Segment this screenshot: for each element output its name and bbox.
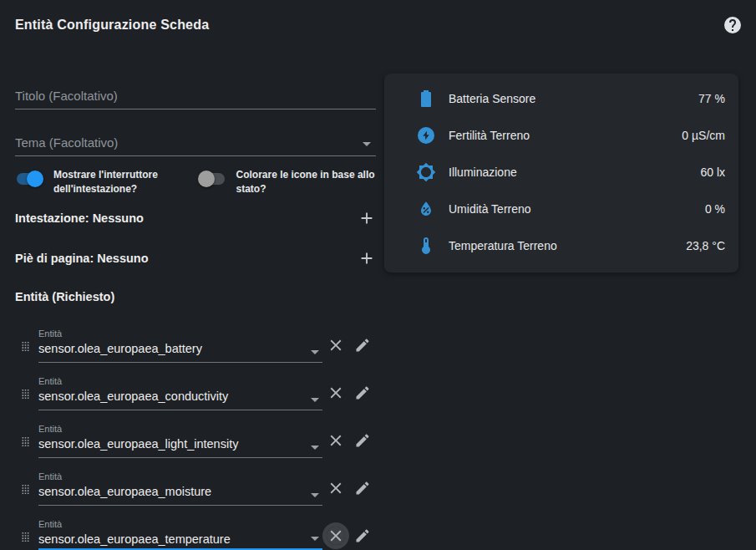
title-input[interactable]: Titolo (Facoltativo) (15, 82, 376, 109)
entity-select-value: sensor.olea_europaea_battery (38, 339, 322, 355)
header-toggle-group: Mostrare l'interruttore dell'intestazion… (15, 168, 198, 196)
footer-section-label: Piè di pagina: Nessuno (15, 252, 149, 265)
preview-entity-row[interactable]: Batteria Sensore 77 % (384, 80, 738, 117)
edit-entity-button[interactable] (354, 337, 371, 354)
edit-entity-button[interactable] (354, 384, 371, 401)
edit-entity-button[interactable] (354, 527, 371, 544)
toggle-thumb (198, 171, 215, 187)
clear-entity-button[interactable] (327, 479, 345, 497)
edit-entity-button[interactable] (354, 480, 371, 497)
chevron-down-icon[interactable] (311, 398, 319, 402)
entity-select-label: Entità (38, 372, 322, 386)
preview-entity-state: 0 % (705, 202, 725, 216)
clear-entity-button[interactable] (327, 384, 345, 402)
clear-entity-button[interactable] (327, 527, 345, 545)
drag-handle-icon[interactable] (18, 481, 33, 497)
entity-row: Entità sensor.olea_europaea_conductivity (15, 372, 376, 415)
header-section-label: Intestazione: Nessuno (15, 211, 144, 225)
entity-row: Entità sensor.olea_europaea_temperature (15, 515, 376, 550)
preview-entity-row[interactable]: Umidità Terreno 0 % (384, 191, 738, 227)
title-input-placeholder: Titolo (Facoltativo) (15, 89, 118, 103)
preview-entity-row[interactable]: Temperatura Terreno 23,8 °C (384, 227, 738, 264)
drag-handle-icon[interactable] (18, 386, 33, 402)
preview-entity-name: Umidità Terreno (449, 202, 531, 216)
preview-entity-row[interactable]: Fertilità Terreno 0 µS/cm (384, 117, 738, 154)
preview-entity-state: 60 lx (700, 166, 725, 179)
entity-select[interactable]: Entità sensor.olea_europaea_light_intens… (38, 420, 322, 458)
chevron-down-icon[interactable] (311, 537, 319, 541)
state-color-toggle-group: Colorare le icone in base allo stato? (198, 168, 377, 196)
preview-entity-name: Batteria Sensore (449, 92, 535, 105)
entity-select-value: sensor.olea_europaea_temperature (38, 529, 322, 546)
preview-entity-state: 77 % (698, 92, 725, 105)
clear-entity-button[interactable] (327, 336, 345, 354)
entity-select-value: sensor.olea_europaea_light_intensity (38, 434, 322, 451)
show-header-toggle[interactable] (15, 171, 43, 187)
entity-select-value: sensor.olea_europaea_moisture (38, 481, 322, 498)
thermometer-icon (416, 236, 436, 256)
entity-select[interactable]: Entità sensor.olea_europaea_moisture (38, 467, 322, 506)
dialog-title: Entità Configurazione Scheda (15, 18, 209, 33)
entities-heading: Entità (Richiesto) (15, 290, 114, 303)
add-footer-button[interactable] (358, 249, 376, 267)
state-color-toggle-label: Colorare le icone in base allo stato? (236, 168, 377, 196)
flash-circle-icon (416, 125, 436, 145)
preview-entity-name: Illuminazione (449, 166, 517, 179)
entity-select-label: Entità (38, 324, 322, 339)
add-header-button[interactable] (358, 209, 376, 227)
entity-select-label: Entità (38, 420, 322, 434)
drag-handle-icon[interactable] (18, 339, 33, 354)
water-percent-icon (416, 199, 436, 219)
battery-icon (416, 89, 436, 109)
preview-entity-state: 0 µS/cm (682, 129, 725, 142)
entity-select-value: sensor.olea_europaea_conductivity (38, 386, 322, 403)
entity-row: Entità sensor.olea_europaea_light_intens… (15, 420, 376, 463)
chevron-down-icon[interactable] (311, 350, 319, 354)
chevron-down-icon[interactable] (311, 446, 319, 450)
chevron-down-icon[interactable] (311, 493, 319, 497)
entity-row: Entità sensor.olea_europaea_moisture (15, 467, 376, 511)
toggles-row: Mostrare l'interruttore dell'intestazion… (15, 168, 376, 196)
clear-entity-button[interactable] (327, 431, 345, 450)
preview-entity-name: Temperatura Terreno (449, 239, 557, 252)
footer-section-row: Piè di pagina: Nessuno (15, 246, 376, 271)
card-config-dialog: { "dialog": { "title": "Entità Configura… (0, 0, 756, 550)
entity-select-label: Entità (38, 467, 322, 481)
header-section-row: Intestazione: Nessuno (15, 206, 376, 231)
drag-handle-icon[interactable] (18, 434, 33, 450)
theme-select-placeholder: Tema (Facoltativo) (15, 135, 118, 150)
chevron-down-icon[interactable] (363, 142, 371, 146)
entity-select-label: Entità (38, 515, 322, 529)
preview-entity-state: 23,8 °C (686, 239, 725, 252)
state-color-toggle[interactable] (198, 171, 226, 187)
entity-select[interactable]: Entità sensor.olea_europaea_conductivity (38, 372, 322, 410)
entity-row: Entità sensor.olea_europaea_battery (15, 324, 376, 368)
card-preview: Batteria Sensore 77 % Fertilità Terreno … (384, 74, 738, 272)
preview-entity-row[interactable]: Illuminazione 60 lx (384, 154, 738, 191)
theme-select[interactable]: Tema (Facoltativo) (15, 129, 376, 156)
drag-handle-icon[interactable] (18, 529, 33, 545)
entity-select[interactable]: Entità sensor.olea_europaea_temperature (38, 515, 322, 550)
preview-entity-name: Fertilità Terreno (449, 129, 530, 142)
brightness-icon (416, 162, 436, 182)
toggle-thumb (27, 171, 43, 187)
entity-select[interactable]: Entità sensor.olea_europaea_battery (38, 324, 322, 363)
help-icon[interactable] (723, 15, 743, 35)
edit-entity-button[interactable] (354, 432, 371, 449)
show-header-toggle-label: Mostrare l'interruttore dell'intestazion… (53, 168, 169, 196)
